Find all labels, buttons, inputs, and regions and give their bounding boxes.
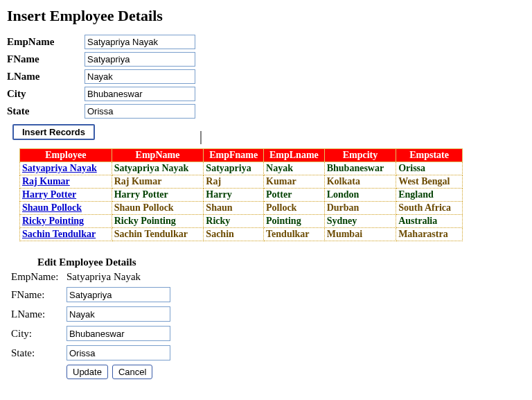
insert-form: EmpName FName LName City State Insert Re…: [7, 35, 525, 140]
insert-records-button[interactable]: Insert Records: [12, 124, 95, 140]
edit-label-lname: LName:: [11, 308, 66, 320]
cell-fname: Harry: [204, 189, 264, 202]
employee-link[interactable]: Harry Potter: [22, 189, 76, 200]
edit-label-fname: FName:: [11, 289, 66, 301]
table-row: Harry PotterHarry PotterHarryPotterLondo…: [20, 189, 463, 202]
employee-link[interactable]: Satyapriya Nayak: [22, 163, 97, 173]
cell-lname: Nayak: [264, 162, 325, 175]
cell-state: Orissa: [396, 162, 463, 175]
cell-name: Ricky Pointing: [112, 215, 204, 228]
cell-fname: Shaun: [204, 202, 264, 215]
cell-lname: Pollock: [264, 202, 325, 215]
input-fname[interactable]: [85, 52, 195, 67]
cell-city: Durban: [324, 202, 396, 215]
table-row: Ricky PointingRicky PointingRickyPointin…: [20, 215, 463, 228]
col-empstate: Empstate: [396, 149, 463, 162]
edit-form: Edit Employee Details EmpName: Satyapriy…: [11, 256, 525, 379]
table-row: Shaun PollockShaun PollockShaunPollockDu…: [20, 202, 463, 215]
edit-input-state[interactable]: [66, 345, 170, 360]
cell-city: Sydney: [324, 215, 396, 228]
page-title: Insert Employee Details: [7, 7, 525, 25]
cell-fname: Raj: [204, 175, 264, 189]
edit-input-fname[interactable]: [66, 287, 170, 302]
edit-title: Edit Employee Details: [37, 256, 525, 268]
label-city: City: [7, 88, 85, 100]
label-fname: FName: [7, 53, 85, 65]
table-row: Sachin TendulkarSachin TendulkarSachinTe…: [20, 228, 463, 241]
input-state[interactable]: [85, 104, 195, 119]
cell-state: Australia: [396, 215, 463, 228]
cell-fname: Ricky: [204, 215, 264, 228]
text-cursor-icon: |: [200, 128, 202, 144]
employee-grid: Employee EmpName EmpFname EmpLname Empci…: [19, 148, 463, 241]
label-empname: EmpName: [7, 36, 85, 48]
input-city[interactable]: [85, 87, 195, 101]
label-state: State: [7, 105, 85, 117]
col-empcity: Empcity: [324, 149, 396, 162]
cell-city: Kolkata: [324, 175, 396, 189]
table-row: Raj KumarRaj KumarRajKumarKolkataWest Be…: [20, 175, 463, 189]
cell-lname: Pointing: [264, 215, 325, 228]
col-empfname: EmpFname: [204, 149, 264, 162]
cell-lname: Kumar: [264, 175, 325, 189]
cell-fname: Satyapriya: [204, 162, 264, 175]
input-empname[interactable]: [85, 35, 195, 49]
edit-label-empname: EmpName:: [11, 271, 66, 283]
cell-state: Maharastra: [396, 228, 463, 241]
cell-state: West Bengal: [396, 175, 463, 189]
input-lname[interactable]: [85, 69, 195, 84]
cell-city: London: [324, 189, 396, 202]
cell-state: South Africa: [396, 202, 463, 215]
cell-name: Sachin Tendulkar: [112, 228, 204, 241]
edit-input-lname[interactable]: [66, 306, 170, 322]
edit-value-empname: Satyapriya Nayak: [66, 271, 141, 283]
cell-name: Harry Potter: [112, 189, 204, 202]
table-row: Satyapriya NayakSatyapriya NayakSatyapri…: [20, 162, 463, 175]
col-employee: Employee: [20, 149, 112, 162]
cell-state: England: [396, 189, 463, 202]
cell-name: Satyapriya Nayak: [112, 162, 204, 175]
cell-name: Shaun Pollock: [112, 202, 204, 215]
employee-link[interactable]: Raj Kumar: [22, 176, 70, 186]
employee-link[interactable]: Sachin Tendulkar: [22, 229, 96, 239]
col-empname: EmpName: [112, 149, 204, 162]
cancel-button[interactable]: Cancel: [112, 365, 152, 379]
cell-name: Raj Kumar: [112, 175, 204, 189]
employee-link[interactable]: Shaun Pollock: [22, 202, 82, 213]
cell-city: Bhubaneswar: [324, 162, 396, 175]
cell-city: Mumbai: [324, 228, 396, 241]
cell-lname: Potter: [264, 189, 325, 202]
edit-input-city[interactable]: [66, 326, 170, 341]
edit-label-city: City:: [11, 328, 66, 340]
label-lname: LName: [7, 71, 85, 82]
cell-lname: Tendulkar: [264, 228, 325, 241]
edit-label-state: State:: [11, 347, 66, 359]
cell-fname: Sachin: [204, 228, 264, 241]
update-button[interactable]: Update: [66, 365, 108, 379]
col-emplname: EmpLname: [264, 149, 325, 162]
employee-link[interactable]: Ricky Pointing: [22, 216, 84, 226]
